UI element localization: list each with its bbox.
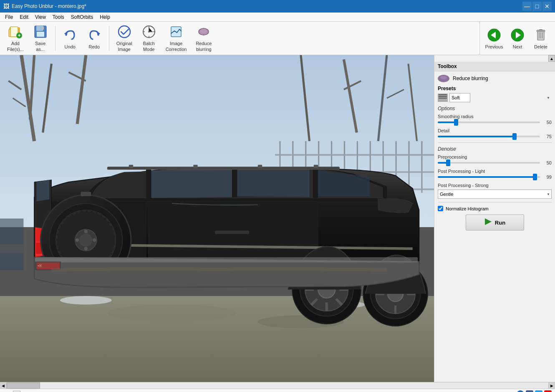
post-processing-light-thumb[interactable] (533, 174, 537, 180)
preprocessing-thumb[interactable] (446, 159, 450, 166)
horizontal-scrollbar[interactable]: ◀ ▶ (0, 382, 555, 389)
batch-mode-label: Batch Mode (143, 41, 155, 52)
info-icon: i (517, 390, 524, 392)
detail-label: Detail (438, 128, 552, 133)
panel-scroll-up-button[interactable]: ▲ (548, 55, 555, 62)
svg-rect-112 (0, 244, 23, 253)
title-bar: 🖼 Easy Photo Unblur - montero.jpg* — □ ✕ (0, 0, 555, 13)
svg-marker-116 (485, 218, 492, 225)
original-image-icon (117, 24, 132, 39)
previous-label: Previous (485, 44, 503, 49)
menu-softorbits[interactable]: SoftOrbits (68, 13, 96, 21)
delete-button[interactable]: Delete (530, 24, 552, 53)
post-processing-strong-select[interactable]: Gentle Medium Strong (438, 190, 552, 199)
twitter-icon[interactable]: t (535, 390, 542, 392)
scrollbar-thumb[interactable] (7, 382, 40, 389)
smoothing-radius-track[interactable] (438, 121, 540, 123)
reduce-blurring-label: Reduce blurring (196, 41, 212, 52)
presets-section: Presets Soft Medium Hard Custom (438, 86, 552, 102)
facebook-icon[interactable]: f (526, 390, 533, 392)
post-processing-strong-row: Post Processing - Strong Gentle Medium S… (438, 183, 552, 199)
svg-point-80 (76, 238, 79, 242)
window-title: Easy Photo Unblur - montero.jpg* (12, 3, 86, 9)
run-label: Run (495, 220, 505, 226)
close-button[interactable]: ✕ (542, 2, 552, 11)
menu-tools[interactable]: Tools (49, 13, 68, 21)
scrollbar-left-btn[interactable]: ◀ (0, 382, 7, 389)
toolbox-body: Reduce blurring Presets Soft Medium (434, 71, 555, 234)
smoothing-radius-value: 50 (542, 120, 552, 125)
save-as-button[interactable]: Save as... (29, 24, 52, 53)
svg-point-79 (84, 247, 88, 250)
undo-icon (63, 28, 78, 43)
next-label: Next (513, 44, 522, 49)
toolbar-divider-1 (55, 26, 56, 51)
denoise-label: Denoise (438, 146, 552, 152)
svg-rect-108 (193, 165, 197, 168)
image-correction-icon (169, 24, 184, 39)
presets-select-wrapper: Soft Medium Hard Custom (449, 93, 552, 102)
app-icon: 🖼 (3, 3, 9, 10)
right-panel: ▲ Toolbox Reduce blurring Presets (434, 55, 555, 382)
svg-point-77 (79, 234, 92, 247)
status-icons: i f t ▶ (517, 390, 552, 392)
menu-edit[interactable]: Edit (16, 13, 32, 21)
normalize-histogram-checkbox[interactable] (438, 206, 443, 211)
svg-point-81 (93, 238, 96, 242)
previous-button[interactable]: Previous (483, 24, 505, 53)
svg-text:•H: •H (37, 264, 41, 268)
add-file-icon: + (8, 24, 23, 39)
menu-file[interactable]: File (2, 13, 16, 21)
redo-button[interactable]: Redo (83, 24, 106, 53)
svg-rect-82 (81, 192, 91, 196)
original-image-label: Original Image (116, 41, 132, 52)
zoom-fit-button[interactable]: ⊞ (13, 391, 20, 392)
toolbar-divider-2 (109, 26, 109, 51)
detail-track[interactable] (438, 136, 540, 137)
svg-rect-6 (36, 26, 43, 31)
run-button[interactable]: Run (466, 215, 524, 230)
toolbox-header: Toolbox (434, 62, 555, 71)
reduce-blurring-button[interactable]: Reduce blurring (192, 24, 215, 53)
menu-view[interactable]: View (32, 13, 49, 21)
svg-point-20 (200, 29, 207, 33)
detail-fill (438, 136, 515, 137)
youtube-icon[interactable]: ▶ (544, 390, 552, 392)
menu-help[interactable]: Help (96, 13, 114, 21)
svg-rect-110 (314, 165, 318, 168)
add-file-button[interactable]: + Add File(s)... (3, 24, 28, 53)
nav-buttons: Previous Next Delete (479, 22, 552, 55)
post-processing-light-track[interactable] (438, 176, 540, 178)
scrollbar-track[interactable] (7, 382, 548, 389)
detail-thumb[interactable] (512, 133, 517, 140)
svg-rect-67 (313, 169, 318, 198)
svg-point-61 (107, 305, 236, 322)
batch-mode-button[interactable]: Batch Mode (138, 24, 160, 53)
smoothing-radius-label: Smoothing radius (438, 114, 552, 119)
maximize-button[interactable]: □ (532, 2, 542, 11)
undo-button[interactable]: Undo (59, 24, 81, 53)
minimize-button[interactable]: — (522, 2, 532, 11)
reduce-blurring-icon (196, 24, 211, 39)
undo-label: Undo (65, 44, 76, 49)
toolbar: + Add File(s)... Save as... Undo (0, 22, 555, 55)
svg-point-13 (148, 31, 150, 33)
preprocessing-row: Preprocessing 50 (438, 154, 552, 165)
presets-select[interactable]: Soft Medium Hard Custom (449, 93, 470, 102)
image-area[interactable]: •H (0, 55, 434, 382)
svg-rect-57 (275, 154, 434, 156)
preprocessing-track[interactable] (438, 162, 540, 164)
post-processing-light-label: Post Processing - Light (438, 169, 552, 174)
title-bar-left: 🖼 Easy Photo Unblur - montero.jpg* (3, 3, 86, 10)
scrollbar-right-btn[interactable]: ▶ (548, 382, 555, 389)
original-image-button[interactable]: Original Image (113, 24, 136, 53)
image-correction-button[interactable]: Image Correction (162, 24, 191, 53)
run-icon (484, 217, 492, 228)
preprocessing-value: 50 (542, 160, 552, 165)
smoothing-radius-thumb[interactable] (454, 119, 458, 126)
post-processing-light-value: 99 (542, 175, 552, 180)
denoise-section: Denoise Preprocessing 50 Post Processing… (438, 146, 552, 199)
svg-point-11 (119, 26, 130, 38)
svg-rect-65 (146, 169, 151, 198)
next-button[interactable]: Next (507, 24, 528, 53)
